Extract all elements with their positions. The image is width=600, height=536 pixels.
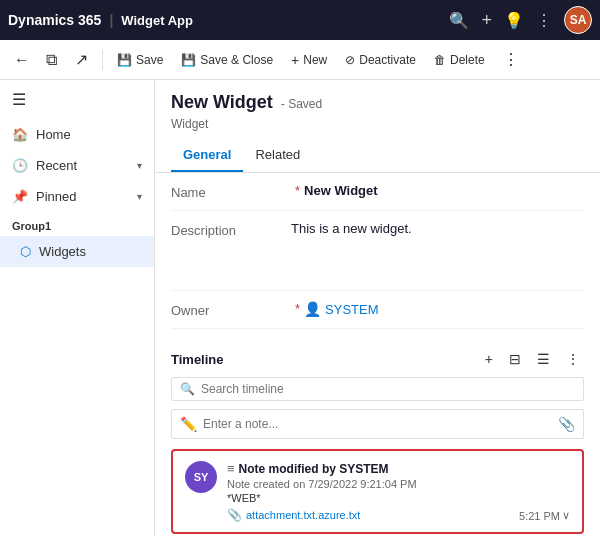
- timeline-more-button[interactable]: ⋮: [562, 349, 584, 369]
- pinned-label: Pinned: [36, 189, 76, 204]
- recent-chevron-icon: ▾: [137, 160, 142, 171]
- timeline-header: Timeline + ⊟ ☰ ⋮: [171, 349, 584, 369]
- delete-button[interactable]: 🗑 Delete: [426, 49, 493, 71]
- timeline-search-icon: 🔍: [180, 382, 195, 396]
- deactivate-icon: ⊘: [345, 53, 355, 67]
- note-attachment[interactable]: 📎 attachment.txt.azure.txt: [227, 508, 509, 522]
- brand-name: Dynamics 365: [8, 12, 101, 28]
- save-button[interactable]: 💾 Save: [109, 49, 171, 71]
- form-tabs: General Related: [171, 139, 584, 172]
- timeline-search-input[interactable]: [201, 382, 575, 396]
- form-section-main: Name * New Widget Description This is a …: [155, 173, 600, 329]
- owner-name: SYSTEM: [325, 302, 378, 317]
- recent-label: Recent: [36, 158, 77, 173]
- timestamp-chevron-icon[interactable]: ∨: [562, 509, 570, 522]
- main-layout: ☰ 🏠 Home 🕒 Recent ▾ 📌 Pinned ▾ Group1 ⬡ …: [0, 80, 600, 536]
- widgets-icon: ⬡: [20, 244, 31, 259]
- new-button[interactable]: + New: [283, 48, 335, 72]
- save-label: Save: [136, 53, 163, 67]
- save-close-label: Save & Close: [200, 53, 273, 67]
- note-input[interactable]: [203, 417, 552, 431]
- timeline-filter-button[interactable]: ⊟: [505, 349, 525, 369]
- timeline-note-card: SY ≡ Note modified by SYSTEM Note create…: [171, 449, 584, 534]
- home-label: Home: [36, 127, 71, 142]
- nav-divider: |: [109, 12, 113, 28]
- attachment-clip-icon[interactable]: 📎: [558, 416, 575, 432]
- app-name: Widget App: [121, 13, 193, 28]
- separator1: [102, 50, 103, 70]
- hamburger-menu[interactable]: ☰: [0, 80, 154, 119]
- deactivate-button[interactable]: ⊘ Deactivate: [337, 49, 424, 71]
- sidebar-item-home[interactable]: 🏠 Home: [0, 119, 154, 150]
- tab-general[interactable]: General: [171, 139, 243, 172]
- group-label: Group1: [0, 212, 154, 236]
- back-button[interactable]: ←: [8, 47, 36, 73]
- home-icon: 🏠: [12, 127, 28, 142]
- add-icon[interactable]: +: [481, 10, 492, 31]
- timeline-search[interactable]: 🔍: [171, 377, 584, 401]
- note-avatar: SY: [185, 461, 217, 493]
- description-field-row: Description This is a new widget.: [171, 211, 584, 291]
- delete-label: Delete: [450, 53, 485, 67]
- form-content: Name * New Widget Description This is a …: [155, 173, 600, 536]
- content-area: New Widget - Saved Widget General Relate…: [155, 80, 600, 536]
- brand: Dynamics 365 | Widget App: [8, 12, 193, 28]
- note-timestamp: 5:21 PM ∨: [519, 509, 570, 522]
- form-title: New Widget: [171, 92, 273, 113]
- note-web: *WEB*: [227, 492, 509, 504]
- timeline-list-button[interactable]: ☰: [533, 349, 554, 369]
- toolbar-more-button[interactable]: ⋮: [495, 46, 527, 73]
- note-title-row: ≡ Note modified by SYSTEM: [227, 461, 509, 476]
- description-label: Description: [171, 221, 291, 238]
- toolbar: ← ⧉ ↗ 💾 Save 💾 Save & Close + New ⊘ Deac…: [0, 40, 600, 80]
- note-meta: Note created on 7/29/2022 9:21:04 PM: [227, 478, 509, 490]
- timeline-title: Timeline: [171, 352, 481, 367]
- name-required: *: [295, 183, 300, 198]
- form-header: New Widget - Saved Widget General Relate…: [155, 80, 600, 173]
- owner-field-row: Owner * 👤 SYSTEM: [171, 291, 584, 329]
- timeline-actions: + ⊟ ☰ ⋮: [481, 349, 584, 369]
- form-saved-status: - Saved: [281, 97, 322, 111]
- pinned-chevron-icon: ▾: [137, 191, 142, 202]
- widgets-label: Widgets: [39, 244, 86, 259]
- search-icon[interactable]: 🔍: [449, 11, 469, 30]
- description-value[interactable]: This is a new widget.: [291, 221, 584, 236]
- save-icon: 💾: [117, 53, 132, 67]
- owner-value[interactable]: 👤 SYSTEM: [304, 301, 584, 317]
- share-button[interactable]: ↗: [67, 46, 96, 73]
- attachment-icon: 📎: [227, 508, 242, 522]
- sidebar-item-widgets[interactable]: ⬡ Widgets: [0, 236, 154, 267]
- new-label: New: [303, 53, 327, 67]
- pin-icon: 📌: [12, 189, 28, 204]
- save-close-icon: 💾: [181, 53, 196, 67]
- owner-label: Owner: [171, 301, 291, 318]
- pencil-icon: ✏️: [180, 416, 197, 432]
- save-close-button[interactable]: 💾 Save & Close: [173, 49, 281, 71]
- form-subtitle: Widget: [171, 117, 584, 131]
- copy-button[interactable]: ⧉: [38, 47, 65, 73]
- new-icon: +: [291, 52, 299, 68]
- navigation-buttons: ←: [8, 47, 36, 73]
- recent-icon: 🕒: [12, 158, 28, 173]
- note-type-icon: ≡: [227, 461, 235, 476]
- timestamp-text: 5:21 PM: [519, 510, 560, 522]
- deactivate-label: Deactivate: [359, 53, 416, 67]
- owner-icon: 👤: [304, 301, 321, 317]
- bulb-icon[interactable]: 💡: [504, 11, 524, 30]
- timeline-add-button[interactable]: +: [481, 349, 497, 369]
- sidebar-item-pinned[interactable]: 📌 Pinned ▾: [0, 181, 154, 212]
- user-avatar[interactable]: SA: [564, 6, 592, 34]
- attachment-name: attachment.txt.azure.txt: [246, 509, 360, 521]
- top-navigation: Dynamics 365 | Widget App 🔍 + 💡 ⋮ SA: [0, 0, 600, 40]
- note-body: ≡ Note modified by SYSTEM Note created o…: [227, 461, 509, 522]
- sidebar-item-recent[interactable]: 🕒 Recent ▾: [0, 150, 154, 181]
- note-title-text: Note modified by SYSTEM: [239, 462, 389, 476]
- name-value[interactable]: New Widget: [304, 183, 584, 198]
- form-title-row: New Widget - Saved: [171, 92, 584, 113]
- tab-related[interactable]: Related: [243, 139, 312, 172]
- owner-required: *: [295, 301, 300, 316]
- more-icon[interactable]: ⋮: [536, 11, 552, 30]
- note-input-row[interactable]: ✏️ 📎: [171, 409, 584, 439]
- delete-icon: 🗑: [434, 53, 446, 67]
- nav-right: 🔍 + 💡 ⋮ SA: [449, 6, 592, 34]
